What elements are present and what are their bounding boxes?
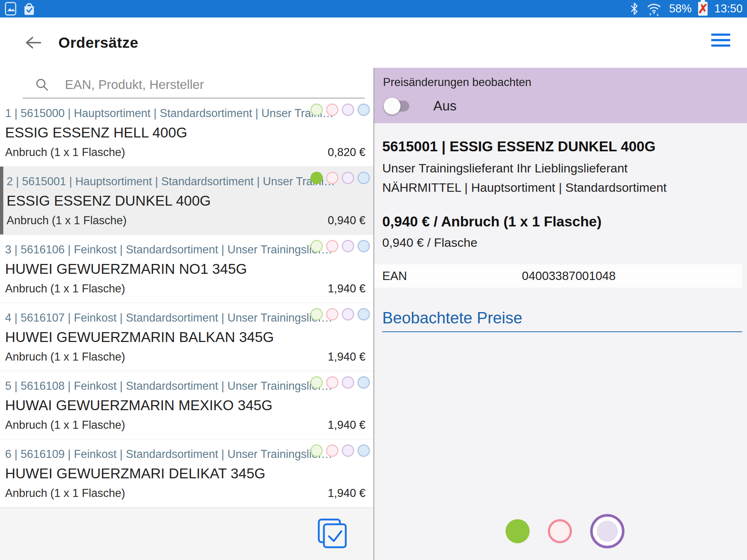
- detail-product-title: 5615001 | ESSIG ESSENZ DUNKEL 400G: [382, 139, 742, 155]
- shopping-bag-check-icon: [23, 1, 36, 16]
- status-dot: [310, 444, 323, 457]
- status-dot: [357, 308, 370, 320]
- price-watch-dots: [310, 444, 370, 457]
- status-dot: [310, 376, 323, 389]
- price-watch-dots: [310, 240, 370, 252]
- page-title: Ordersätze: [58, 34, 138, 51]
- item-unit: Anbruch (1 x 1 Flasche): [5, 146, 125, 159]
- price-watch-dots: [310, 308, 370, 320]
- status-dot: [357, 376, 370, 389]
- status-dot: [342, 308, 354, 320]
- price-watch-dots: [310, 104, 370, 116]
- list-item-5[interactable]: 5 | 5616108 | Feinkost | Standardsortime…: [0, 371, 374, 439]
- list-item-2-selected[interactable]: 2 | 5615001 | Hauptsortiment | Standards…: [0, 167, 374, 235]
- status-dot: [326, 172, 338, 184]
- detail-supplier: Unser Trainingslieferant Ihr Lieblingsli…: [382, 161, 742, 175]
- status-dot: [342, 172, 354, 184]
- search-input[interactable]: [65, 77, 365, 92]
- battery-percent: 58%: [669, 2, 692, 15]
- status-dot: [357, 444, 370, 457]
- app-header: Ordersätze: [0, 18, 747, 68]
- status-dot: [310, 308, 323, 320]
- detail-price-sub: 0,940 € / Flasche: [382, 236, 742, 250]
- product-detail-panel: Preisänderungen beobachten Aus 5615001 |…: [374, 68, 747, 560]
- product-list: 1 | 5615000 | Hauptsortiment | Standards…: [0, 98, 374, 508]
- toggle-state-label: Aus: [433, 98, 457, 114]
- item-name: HUWAI GEWUERZMARIN MEXIKO 345G: [5, 394, 365, 416]
- item-price: 1,940 €: [328, 419, 365, 432]
- multi-select-check-icon: [317, 518, 347, 549]
- detail-category: NÄHRMITTEL | Hauptsortiment | Standardso…: [382, 180, 742, 195]
- status-dot: [310, 240, 323, 252]
- item-unit: Anbruch (1 x 1 Flasche): [5, 487, 125, 500]
- item-price: 1,940 €: [328, 282, 365, 295]
- screenshot-icon: [4, 1, 17, 16]
- price-watch-dots: [310, 376, 370, 389]
- status-dot: [342, 240, 354, 252]
- status-dot: [342, 376, 354, 389]
- ean-row: EAN 04003387001048: [374, 264, 742, 288]
- status-dot: [326, 104, 338, 116]
- list-item-6[interactable]: 6 | 5616109 | Feinkost | Standardsortime…: [0, 439, 374, 508]
- back-button[interactable]: [22, 32, 44, 54]
- menu-icon: [711, 34, 730, 36]
- item-name: HUWEI GEWUERZMARIN NO1 345G: [5, 258, 365, 280]
- list-item-7-partial[interactable]: [0, 508, 374, 508]
- observed-prices-divider: [382, 331, 742, 332]
- status-dot: [342, 104, 354, 116]
- item-unit: Anbruch (1 x 1 Flasche): [5, 419, 125, 432]
- clock: 13:50: [714, 2, 743, 15]
- status-dot: [357, 172, 370, 184]
- status-dot: [310, 172, 323, 184]
- ean-value: 04003387001048: [522, 269, 616, 283]
- status-dot: [326, 240, 338, 252]
- item-unit: Anbruch (1 x 1 Flasche): [7, 214, 127, 227]
- multi-select-button[interactable]: [317, 518, 347, 550]
- status-circle-green[interactable]: [506, 519, 530, 543]
- item-unit: Anbruch (1 x 1 Flasche): [5, 282, 125, 295]
- status-dot: [342, 444, 354, 457]
- item-name: ESSIG ESSENZ DUNKEL 400G: [7, 190, 365, 212]
- back-arrow-icon: [24, 36, 41, 49]
- wifi-icon: [646, 1, 662, 16]
- observed-prices-heading: Beobachtete Preise: [382, 309, 742, 327]
- status-dot: [357, 104, 370, 116]
- list-item-3[interactable]: 3 | 5616106 | Feinkost | Standardsortime…: [0, 235, 374, 303]
- item-unit: Anbruch (1 x 1 Flasche): [5, 350, 125, 363]
- status-circle-pink[interactable]: [548, 519, 572, 543]
- price-watch-band: Preisänderungen beobachten Aus: [374, 68, 747, 123]
- item-name: HUWEI GEWUERZMARI DELIKAT 345G: [5, 463, 365, 485]
- detail-price-main: 0,940 € / Anbruch (1 x 1 Flasche): [382, 214, 742, 230]
- price-watch-dots: [310, 172, 370, 184]
- list-item-4[interactable]: 4 | 5616107 | Feinkost | Standardsortime…: [0, 303, 374, 371]
- item-price: 0,940 €: [328, 214, 365, 227]
- status-dot: [326, 308, 338, 320]
- price-watch-label: Preisänderungen beobachten: [383, 76, 738, 89]
- bluetooth-icon: [630, 2, 639, 16]
- search-icon: [35, 78, 49, 92]
- item-price: 1,940 €: [328, 487, 365, 500]
- status-dot: [326, 376, 338, 389]
- status-circle-purple-selected[interactable]: [590, 514, 624, 548]
- ean-label: EAN: [382, 269, 407, 283]
- battery-x-icon: ✗: [698, 2, 708, 16]
- status-dot: [310, 104, 323, 116]
- list-action-bar: [0, 508, 374, 560]
- list-item-1[interactable]: 1 | 5615000 | Hauptsortiment | Standards…: [0, 98, 374, 167]
- price-watch-toggle[interactable]: [385, 101, 409, 112]
- product-list-panel: 1 | 5615000 | Hauptsortiment | Standards…: [0, 68, 374, 560]
- status-bar: 58% ✗ 13:50: [0, 0, 747, 18]
- status-dot: [357, 240, 370, 252]
- status-dot: [326, 444, 338, 457]
- menu-button[interactable]: [711, 34, 730, 47]
- search-bar: [23, 74, 365, 98]
- item-price: 1,940 €: [328, 350, 365, 363]
- item-name: HUWEI GEWUERZMARIN BALKAN 345G: [5, 326, 365, 348]
- item-name: ESSIG ESSENZ HELL 400G: [5, 122, 365, 144]
- price-status-legend: [374, 514, 747, 548]
- item-price: 0,820 €: [328, 146, 365, 159]
